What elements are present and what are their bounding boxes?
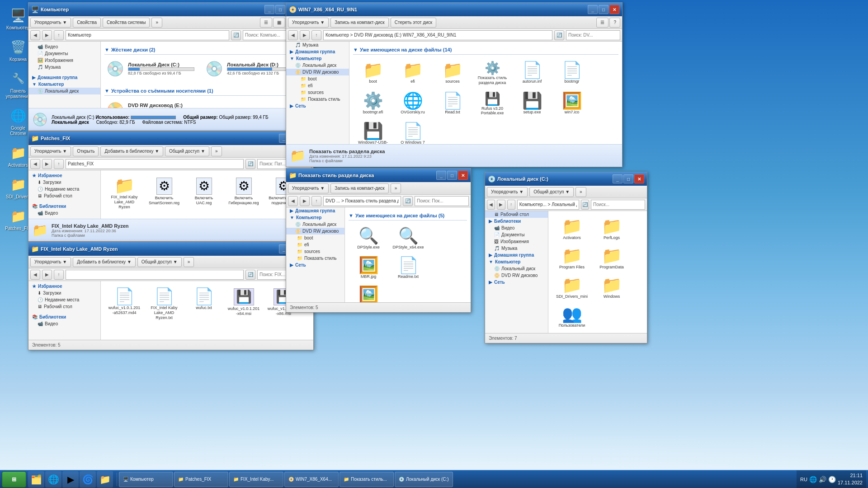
showstyle-file-png[interactable]: 🖼️ Show_disk_partition_style.png [350,285,387,302]
disk-c[interactable]: 💿 Локальный Диск (C:) 82,8 ГБ свободно и… [104,58,196,79]
patches-sidebar-recent[interactable]: 🕒 Недавние места [28,186,100,192]
patches2-lib-video[interactable]: 📹 Видео [28,320,100,327]
dvd-file-rufus[interactable]: 💾 Rufus v3.20 Portable.exe [474,91,510,118]
patches-add-lib[interactable]: Добавить в библиотеку ▼ [100,146,163,156]
showstyle-file-mbr[interactable]: 🖼️ MBR.jpg [350,255,387,281]
taskbar-app-fix[interactable]: 📁 FIX_Intel Kaby... [229,472,283,487]
localc-file-activators[interactable]: 📁 Activators [554,216,590,242]
patches2-libs[interactable]: 📚 Библиотеки [28,314,100,320]
taskbar-app-patches[interactable]: 📁 Patches_FIX [174,472,228,487]
dvd-min[interactable]: _ [588,5,598,14]
dvd-sidebar-efi[interactable]: 📁 efi [286,82,349,89]
localc-localc2[interactable]: 💿 Локальный диск [485,265,548,272]
disk-d[interactable]: 💿 Локальный Диск (D:) 42,6 ГБ свободно и… [203,58,295,79]
showstyle-showstyle2[interactable]: 📁 Показать стиль [286,255,344,262]
localc-file-sdi[interactable]: 📁 SDI_Drivers_mini [554,275,590,301]
localc-file-users[interactable]: 👥 Пользователи [554,304,590,330]
localc-organize[interactable]: Упорядочить ▼ [487,187,528,197]
dvd-close[interactable]: ✕ [609,5,619,14]
localc-file-perflogs[interactable]: 📁 PerfLogs [594,216,630,242]
showstyle-up[interactable]: ↑ [311,196,321,206]
dvd-sidebar-computer[interactable]: ▼ Компьютер [286,55,349,62]
localc-libs[interactable]: ▶ Библиотеки [485,218,548,225]
taskbar-app-showstyle[interactable]: 📁 Показать стиль... [340,472,394,487]
localc-file-programdata[interactable]: 📁 ProgramData [594,246,630,272]
localc-video[interactable]: 📹 Видео [485,225,548,231]
showstyle-back[interactable]: ◀ [288,196,298,206]
showstyle-close[interactable]: ✕ [458,171,468,180]
patches-open[interactable]: Открыть [73,146,99,156]
taskbar-app-localc[interactable]: 💿 Локальный диск (C:) [395,472,453,487]
dvd-sidebar-boot[interactable]: 📁 boot [286,75,349,82]
localc-computer[interactable]: ▼ Компьютер [485,258,548,265]
dvd-file-win7ico[interactable]: 🖼️ win7.ico [554,91,590,118]
showstyle-more[interactable]: » [391,183,401,193]
organize-btn[interactable]: Упорядочить ▼ [30,18,71,28]
titlebar-dvd[interactable]: 📀 WIN7_X86_X64_RU_9IN1 _ □ ✕ [286,3,622,16]
localc-up[interactable]: ↑ [507,200,515,210]
system-properties-btn[interactable]: Свойства системы [103,18,150,28]
dvd-file-owin7[interactable]: 📄 О Windows 7 9in1.txt [395,121,431,144]
dvd-fwd[interactable]: ▶ [300,30,310,40]
patches-lib-header[interactable]: 📚 Библиотеки [28,203,100,210]
patches2-fav[interactable]: ★ Избранное [28,283,100,290]
showstyle-file-dpstyle[interactable]: 🔍 DPStyle.exe [350,226,387,252]
dvd-max[interactable]: □ [599,5,609,14]
localc-min[interactable]: _ [613,174,623,183]
dvd-file-showstyle[interactable]: ⚙️ Показать стиль раздела диска [474,60,510,87]
file-txt1[interactable]: 📄 FIX_Intel Kaby Lake_AMD Ryzen.txt [146,286,182,322]
patches2-share[interactable]: Общий доступ ▼ [137,257,182,267]
localc-images[interactable]: 🖼 Изображения [485,238,548,245]
dvd-sidebar-dvd[interactable]: 📀 DVD RW дисково [286,69,349,75]
patches-lib-video[interactable]: 📹 Видео [28,210,100,216]
patches2-downloads[interactable]: ⬇ Загрузки [28,290,100,296]
dvd-erase[interactable]: Стереть этот диск [391,18,436,28]
tray-time[interactable]: 21:11 17.11.2022 [838,472,863,486]
localc-max[interactable]: □ [623,174,633,183]
sidebar-local-c[interactable]: 💿 Локальный диск [28,88,100,94]
titlebar-showstyle[interactable]: 📁 Показать стиль раздела диска _ □ ✕ [286,169,471,182]
start-button[interactable]: ⊞ [2,471,26,488]
patches-more[interactable]: » [211,146,222,156]
patches-fwd[interactable]: ▶ [42,159,52,169]
dvd-file-ovgorskiy[interactable]: 🌐 OVGorskiy.ru [395,91,431,118]
titlebar-patches[interactable]: 📁 Patches_FIX _ □ ✕ [28,131,313,145]
dvd-file-autorun[interactable]: 📄 autorun.inf [514,60,550,87]
showstyle-localc[interactable]: 💿 Локальный диск [286,221,344,228]
showstyle-min[interactable]: _ [436,171,446,180]
sidebar-docs[interactable]: 📄 Документы [28,50,100,57]
dvd-sidebar-sources[interactable]: 📁 sources [286,89,349,96]
patches2-organize[interactable]: Упорядочить ▼ [30,257,71,267]
sidebar-video[interactable]: 📹 Видео [28,43,100,50]
dvd-file-setup[interactable]: 💾 setup.exe [514,91,550,118]
dvd-search[interactable] [566,30,620,40]
showstyle-boot[interactable]: 📁 boot [286,235,344,241]
up-btn[interactable]: ↑ [54,30,64,40]
localc-back[interactable]: ◀ [487,200,495,210]
forward-btn[interactable]: ▶ [42,30,52,40]
dvd-back[interactable]: ◀ [288,30,298,40]
titlebar-localc[interactable]: 💿 Локальный диск (C:) _ □ ✕ [485,172,647,186]
localc-desktop[interactable]: 🖥 Рабочий стол [485,211,548,218]
showstyle-organize[interactable]: Упорядочить ▼ [288,183,329,193]
dvd-file-efi[interactable]: 📁 efi [395,60,431,87]
localc-address[interactable] [517,200,579,210]
patches-fav-header[interactable]: ★ Избранное [28,172,100,179]
dvd-file-bootmgr[interactable]: 📄 bootmgr [554,60,590,87]
dvd-up[interactable]: ↑ [311,30,321,40]
localc-search[interactable] [591,200,645,210]
view-btn[interactable]: ☰ [260,18,272,28]
dvd-sidebar-localc[interactable]: 💿 Локальный диск [286,62,349,69]
showstyle-burn[interactable]: Запись на компакт-диск [330,183,389,193]
localc-docs[interactable]: 📄 Документы [485,231,548,238]
pinned-folder[interactable]: 📁 [97,471,113,488]
showstyle-search[interactable] [415,196,469,206]
taskbar-app-dvd[interactable]: 📀 WIN7_X86_X64... [284,472,339,487]
dvd-address[interactable] [323,30,552,40]
computer-minimize[interactable]: _ [264,5,274,14]
patches-up[interactable]: ↑ [54,159,64,169]
showstyle-sources[interactable]: 📁 sources [286,248,344,255]
patches-address[interactable] [66,159,244,169]
sidebar-images[interactable]: 🖼️ Изображения [28,57,100,64]
localc-file-windows[interactable]: 📁 Windows [594,275,630,301]
